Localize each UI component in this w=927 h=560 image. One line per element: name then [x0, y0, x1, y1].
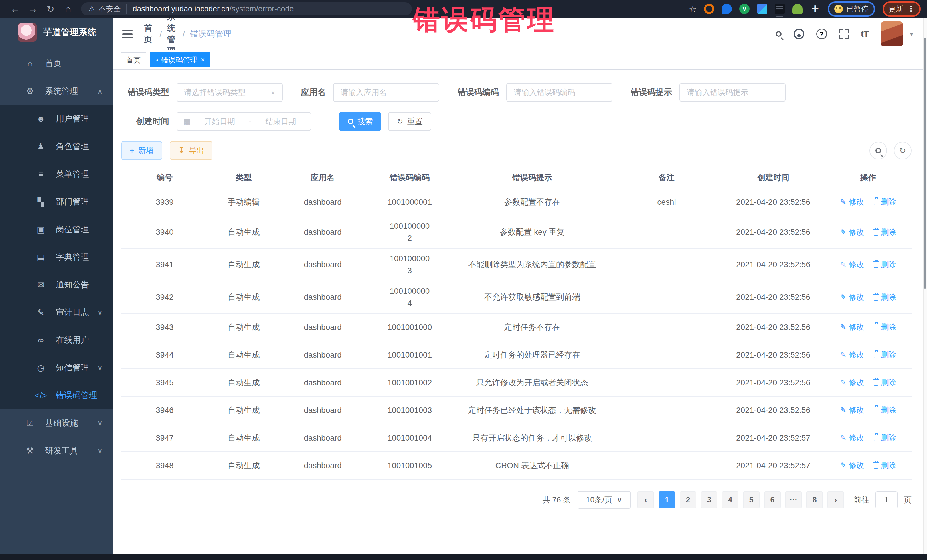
- security-label[interactable]: 不安全: [99, 4, 127, 14]
- delete-link[interactable]: 删除: [874, 432, 896, 444]
- scrollbar-thumb[interactable]: [924, 38, 926, 288]
- edit-link[interactable]: ✎修改: [840, 291, 864, 303]
- chevron-down-icon[interactable]: ▾: [910, 30, 913, 38]
- sidebar-item-error-code-management[interactable]: </> 错误码管理: [0, 381, 112, 409]
- profile-paused-badge[interactable]: 已暂停: [828, 2, 875, 17]
- column-header: 错误码提示: [453, 168, 611, 188]
- address-bar[interactable]: ⚠ 不安全 dashboard.yudao.iocoder.cn /system…: [81, 2, 412, 15]
- sidebar-item-dept-management[interactable]: ▚ 部门管理: [0, 188, 112, 216]
- extension-icon[interactable]: on: [775, 4, 785, 14]
- sidebar-item-notice[interactable]: ✉ 通知公告: [0, 271, 112, 299]
- font-size-icon[interactable]: tT: [861, 29, 869, 39]
- help-icon[interactable]: ?: [816, 29, 827, 39]
- sidebar-item-post-management[interactable]: ▣ 岗位管理: [0, 216, 112, 243]
- search-icon[interactable]: [776, 31, 781, 37]
- next-page-button[interactable]: ›: [827, 491, 844, 508]
- sidebar-item-home[interactable]: ⌂ 首页: [0, 50, 112, 77]
- cell-memo: ceshi: [611, 192, 722, 212]
- sidebar-item-menu-management[interactable]: ≡ 菜单管理: [0, 160, 112, 188]
- edit-link[interactable]: ✎修改: [840, 196, 864, 208]
- delete-link[interactable]: 删除: [874, 404, 896, 416]
- sidebar-item-sms-management[interactable]: ◷ 短信管理 ∨: [0, 354, 112, 381]
- page-button-1[interactable]: 1: [659, 491, 675, 508]
- scrollbar-track[interactable]: [923, 18, 927, 554]
- sidebar-item-online-users[interactable]: ∞ 在线用户: [0, 326, 112, 354]
- close-icon[interactable]: ×: [201, 56, 205, 64]
- refresh-table-button[interactable]: ↻: [894, 142, 912, 159]
- delete-link[interactable]: 删除: [874, 377, 896, 389]
- delete-link[interactable]: 删除: [874, 291, 896, 303]
- add-button[interactable]: + 新增: [121, 141, 162, 160]
- error-code-input[interactable]: [506, 83, 612, 102]
- delete-link[interactable]: 删除: [874, 196, 896, 208]
- app-name-input[interactable]: [333, 83, 439, 102]
- error-code-type-select[interactable]: 请选择错误码类型 ∨: [176, 83, 283, 102]
- emoji-face-icon: [834, 5, 843, 13]
- goto-page-input[interactable]: [875, 491, 898, 508]
- page-button-2[interactable]: 2: [680, 491, 696, 508]
- sidebar-item-infrastructure[interactable]: ☑ 基础设施 ∨: [0, 409, 112, 437]
- tag-home[interactable]: 首页: [121, 52, 146, 67]
- github-icon[interactable]: [793, 29, 804, 39]
- kebab-menu-icon[interactable]: ⋮: [907, 5, 915, 14]
- delete-link[interactable]: 删除: [874, 259, 896, 270]
- extension-icon[interactable]: [704, 4, 714, 14]
- page-button-5[interactable]: 5: [743, 491, 760, 508]
- page-button-3[interactable]: 3: [701, 491, 717, 508]
- edit-link[interactable]: ✎修改: [840, 349, 864, 361]
- page-button-4[interactable]: 4: [722, 491, 739, 508]
- sidebar-item-audit-log[interactable]: ✎ 审计日志 ∨: [0, 299, 112, 326]
- role-icon: ♟: [34, 141, 47, 152]
- reload-icon[interactable]: ↻: [42, 3, 59, 15]
- hamburger-icon[interactable]: [122, 33, 133, 35]
- breadcrumb-home[interactable]: 首页: [144, 23, 155, 46]
- extension-icon[interactable]: [722, 4, 732, 14]
- export-button[interactable]: ↧ 导出: [170, 141, 213, 160]
- cell-id: 3947: [121, 428, 208, 448]
- page-button-8[interactable]: 8: [806, 491, 823, 508]
- extensions-puzzle-icon[interactable]: ✚: [810, 4, 820, 14]
- edit-link[interactable]: ✎修改: [840, 259, 864, 270]
- cell-id: 3944: [121, 345, 208, 365]
- sidebar-item-system-management[interactable]: ⚙ 系统管理 ∧: [0, 77, 112, 105]
- browser-update-button[interactable]: 更新 ⋮: [883, 2, 921, 17]
- avatar[interactable]: [881, 21, 903, 47]
- dashboard-icon: ⌂: [23, 59, 36, 68]
- cell-type: 自动生成: [208, 222, 279, 242]
- edit-link[interactable]: ✎修改: [840, 404, 864, 416]
- sidebar-item-dict-management[interactable]: ▤ 字典管理: [0, 243, 112, 271]
- back-icon[interactable]: ←: [6, 3, 24, 15]
- tag-error-code[interactable]: ● 错误码管理 ×: [150, 52, 210, 67]
- cell-app: dashboard: [279, 456, 366, 476]
- extension-icon[interactable]: [792, 4, 802, 14]
- page-button-6[interactable]: 6: [764, 491, 781, 508]
- delete-link[interactable]: 删除: [874, 321, 896, 333]
- breadcrumb-system[interactable]: 系统管理: [167, 11, 178, 57]
- extension-icon[interactable]: [757, 4, 767, 14]
- extension-icon[interactable]: V: [739, 4, 749, 14]
- home-icon[interactable]: ⌂: [59, 3, 77, 15]
- prev-page-button[interactable]: ‹: [637, 491, 654, 508]
- forward-icon[interactable]: →: [24, 3, 42, 15]
- delete-link[interactable]: 删除: [874, 349, 896, 361]
- edit-link[interactable]: ✎修改: [840, 321, 864, 333]
- sidebar-item-dev-tools[interactable]: ⚒ 研发工具 ∨: [0, 437, 112, 464]
- sidebar-item-user-management[interactable]: ☻ 用户管理: [0, 105, 112, 133]
- pagination-ellipsis[interactable]: ···: [785, 491, 802, 508]
- sidebar-item-role-management[interactable]: ♟ 角色管理: [0, 133, 112, 160]
- delete-link[interactable]: 删除: [874, 460, 896, 471]
- page-size-select[interactable]: 10条/页 ∨: [577, 491, 631, 509]
- delete-link[interactable]: 删除: [874, 226, 896, 238]
- toggle-search-button[interactable]: [869, 142, 887, 159]
- edit-link[interactable]: ✎修改: [840, 226, 864, 238]
- edit-link[interactable]: ✎修改: [840, 432, 864, 444]
- reset-button[interactable]: ↻ 重置: [388, 112, 431, 131]
- error-hint-input[interactable]: [679, 83, 786, 102]
- create-time-range-picker[interactable]: ▦ 开始日期 - 结束日期: [176, 112, 311, 131]
- edit-link[interactable]: ✎修改: [840, 460, 864, 471]
- fullscreen-icon[interactable]: [839, 29, 849, 39]
- app-title: 芋道管理系统: [43, 26, 96, 38]
- edit-link[interactable]: ✎修改: [840, 377, 864, 389]
- search-button[interactable]: 搜索: [339, 112, 381, 131]
- bookmark-star-icon[interactable]: ☆: [689, 4, 696, 14]
